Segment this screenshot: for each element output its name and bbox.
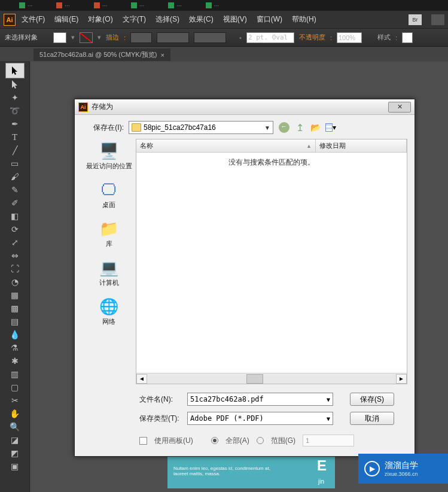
place-recent[interactable]: 🖥️ 最近访问的位置 <box>86 141 132 171</box>
stroke-weight-input[interactable] <box>130 32 152 43</box>
document-tab[interactable]: 51ca27bc462a8.ai @ 50% (CMYK/预览) × <box>33 48 170 61</box>
scroll-right-button[interactable]: ► <box>396 374 407 384</box>
stroke-width-profile[interactable]: 2 pt. Oval <box>246 32 294 43</box>
brush-def[interactable] <box>194 32 226 43</box>
column-name[interactable]: 名称▲ <box>136 139 316 152</box>
places-bar: 🖥️ 最近访问的位置 🖵 桌面 📁 库 💻 计算机 🌐 网络 <box>82 139 136 384</box>
menu-view[interactable]: 视图(V) <box>220 13 251 26</box>
free-transform-tool[interactable]: ⛶ <box>8 262 22 275</box>
computer-icon: 💻 <box>99 258 118 277</box>
scroll-left-button[interactable]: ◄ <box>136 374 147 384</box>
slice-tool[interactable]: ✂ <box>8 394 22 407</box>
eyedropper-tool[interactable]: 💧 <box>8 328 22 341</box>
width-tool[interactable]: ⇔ <box>8 249 22 262</box>
horizontal-scrollbar[interactable]: ◄ ► <box>136 373 407 384</box>
save-button[interactable]: 保存(S) <box>350 393 394 406</box>
artwork-preview: Nullam enim leo, egestas id, condimentum… <box>167 454 335 488</box>
savein-combo[interactable]: 58pic_51ca27bc47a16 ▼ <box>129 121 273 134</box>
magic-wand-tool[interactable]: ✦ <box>8 91 22 104</box>
nofill-swatch[interactable] <box>80 32 93 43</box>
direct-selection-tool[interactable] <box>8 78 22 91</box>
menu-edit[interactable]: 编辑(E) <box>51 13 82 26</box>
place-network[interactable]: 🌐 网络 <box>99 297 118 326</box>
range-input[interactable]: 1 <box>303 435 354 447</box>
fill-stroke-icon[interactable]: ◪ <box>8 433 22 447</box>
view-menu-button[interactable]: ▾ <box>325 122 337 133</box>
rectangle-tool[interactable]: ▭ <box>8 157 22 170</box>
workspace-layout-button[interactable] <box>431 14 444 25</box>
use-artboards-label: 使用画板(U) <box>154 436 193 446</box>
opacity-input[interactable]: 100% <box>337 32 362 43</box>
selection-tool[interactable] <box>6 63 24 78</box>
fill-swatch[interactable] <box>53 32 66 43</box>
use-artboards-checkbox[interactable] <box>139 437 147 445</box>
scale-tool[interactable]: ⤢ <box>8 236 22 249</box>
gradient-tool[interactable]: ▤ <box>8 315 22 328</box>
screen-mode-icon[interactable]: ▣ <box>8 460 22 473</box>
dialog-close-button[interactable]: ✕ <box>388 102 411 113</box>
style-swatch[interactable] <box>402 32 413 43</box>
back-button[interactable] <box>278 122 290 133</box>
type-label: 保存类型(T): <box>139 414 182 424</box>
column-date[interactable]: 修改日期 <box>316 139 407 152</box>
document-tab-label: 51ca27bc462a8.ai @ 50% (CMYK/预览) <box>39 50 157 59</box>
artboard-tool[interactable]: ▢ <box>8 381 22 394</box>
menu-file[interactable]: 文件(F) <box>18 13 48 26</box>
play-icon: ▶ <box>364 461 380 476</box>
lasso-tool[interactable]: ➰ <box>8 104 22 117</box>
menu-window[interactable]: 窗口(W) <box>253 13 286 26</box>
blob-brush-tool[interactable]: ✐ <box>8 196 22 209</box>
stroke-label: 描边 <box>106 33 119 42</box>
menu-effect[interactable]: 效果(C) <box>185 13 217 26</box>
mesh-tool[interactable]: ▩ <box>8 302 22 315</box>
perspective-tool[interactable]: ▦ <box>8 288 22 302</box>
range-radio[interactable] <box>257 437 264 444</box>
place-computer[interactable]: 💻 计算机 <box>99 258 119 287</box>
ai-logo-icon: Ai <box>4 14 16 26</box>
watermark: ▶ 溜溜自学 zixue.3066.cn <box>358 454 448 484</box>
toolbox: ✦ ➰ ✒ T ╱ ▭ 🖌 ✎ ✐ ◧ ⟳ ⤢ ⇔ ⛶ ◔ ▦ ▩ ▤ 💧 ⚗ … <box>0 61 30 492</box>
control-bar: 未选择对象 ▾ ▾ 描边 : • 2 pt. Oval 不透明度 : 100% … <box>0 29 448 47</box>
filetype-select[interactable]: Adobe PDF (*.PDF)▼ <box>187 412 333 425</box>
blend-tool[interactable]: ⚗ <box>8 341 22 354</box>
filename-input[interactable]: 51ca27bc462a8.pdf▼ <box>187 393 333 406</box>
place-desktop[interactable]: 🖵 桌面 <box>99 180 118 209</box>
menu-type[interactable]: 文字(T) <box>119 13 150 26</box>
menu-object[interactable]: 对象(O) <box>84 13 116 26</box>
file-list[interactable]: 名称▲ 修改日期 没有与搜索条件匹配的项。 ◄ ► <box>136 139 407 384</box>
scroll-thumb[interactable] <box>246 374 263 384</box>
save-as-dialog: Ai 存储为 ✕ 保存在(I): 58pic_51ca27bc47a16 ▼ ↥… <box>74 99 415 457</box>
symbol-sprayer-tool[interactable]: ✱ <box>8 354 22 368</box>
new-folder-button[interactable]: 📂 <box>309 122 321 133</box>
bridge-button[interactable]: Br <box>409 14 422 25</box>
menu-help[interactable]: 帮助(H) <box>288 13 320 26</box>
pen-tool[interactable]: ✒ <box>8 117 22 130</box>
eraser-tool[interactable]: ◧ <box>8 209 22 223</box>
pencil-tool[interactable]: ✎ <box>8 183 22 196</box>
close-icon[interactable]: × <box>160 51 164 59</box>
paintbrush-tool[interactable]: 🖌 <box>8 170 22 183</box>
all-label: 全部(A) <box>225 436 249 446</box>
up-one-level-button[interactable]: ↥ <box>294 122 306 133</box>
type-tool[interactable]: T <box>8 130 22 144</box>
range-label: 范围(G) <box>271 436 295 446</box>
line-tool[interactable]: ╱ <box>8 144 22 157</box>
shape-builder-tool[interactable]: ◔ <box>8 275 22 288</box>
libraries-icon: 📁 <box>99 219 118 238</box>
column-graph-tool[interactable]: ▥ <box>8 368 22 381</box>
chevron-down-icon: ▼ <box>327 415 330 422</box>
style-label: 样式 <box>377 33 391 42</box>
filename-label: 文件名(N): <box>139 394 182 405</box>
dialog-title: 存储为 <box>92 102 113 112</box>
place-libraries[interactable]: 📁 库 <box>99 219 118 248</box>
all-radio[interactable] <box>211 437 218 444</box>
rotate-tool[interactable]: ⟳ <box>8 223 22 236</box>
cancel-button[interactable]: 取消 <box>350 412 394 425</box>
hand-tool[interactable]: ✋ <box>8 407 22 420</box>
stroke-profile[interactable] <box>157 32 189 43</box>
opacity-label: 不透明度 <box>299 33 325 42</box>
menu-select[interactable]: 选择(S) <box>152 13 183 26</box>
zoom-tool[interactable]: 🔍 <box>8 420 22 433</box>
color-mode-icon[interactable]: ◩ <box>8 447 22 460</box>
app-menubar: Ai 文件(F) 编辑(E) 对象(O) 文字(T) 选择(S) 效果(C) 视… <box>0 11 448 29</box>
